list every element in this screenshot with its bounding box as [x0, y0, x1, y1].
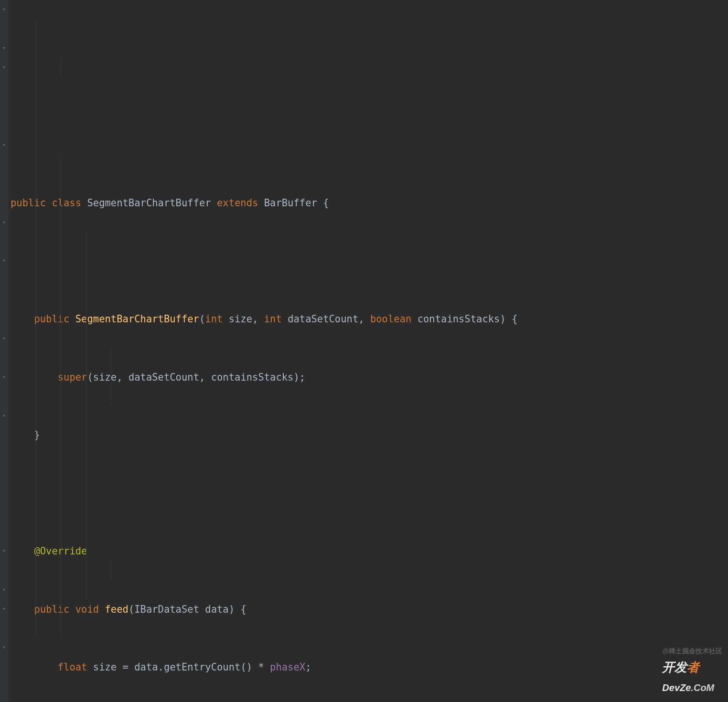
- gutter: [0, 0, 9, 702]
- fold-icon[interactable]: [1, 413, 7, 418]
- fold-icon[interactable]: [1, 548, 7, 553]
- code-line: [9, 252, 728, 271]
- code-line: }: [9, 425, 728, 445]
- code-line: public SegmentBarChartBuffer(int size, i…: [9, 309, 728, 329]
- code-line: @Override: [9, 542, 728, 561]
- fold-icon[interactable]: [1, 336, 7, 341]
- fold-icon[interactable]: [1, 142, 7, 148]
- fold-icon[interactable]: [1, 220, 7, 225]
- code-area[interactable]: public class SegmentBarChartBuffer exten…: [9, 0, 728, 702]
- code-line: public void feed(IBarDataSet data) {: [9, 600, 728, 619]
- watermark-text: 者: [687, 660, 699, 674]
- code-line: super(size, dataSetCount, containsStacks…: [9, 368, 728, 387]
- fold-icon[interactable]: [1, 64, 7, 70]
- fold-icon[interactable]: [1, 258, 7, 263]
- fold-icon[interactable]: [1, 606, 7, 611]
- code-line: public class SegmentBarChartBuffer exten…: [9, 193, 728, 213]
- fold-icon[interactable]: [1, 645, 7, 650]
- watermark: @稀土掘金技术社区 开发者 DevZe.CoM: [662, 641, 722, 698]
- fold-icon[interactable]: [1, 7, 7, 12]
- code-line: float size = data.getEntryCount() * phas…: [9, 658, 728, 677]
- fold-icon[interactable]: [1, 374, 7, 380]
- fold-icon[interactable]: [1, 45, 7, 51]
- watermark-attribution: @稀土掘金技术社区: [662, 641, 722, 661]
- code-editor[interactable]: public class SegmentBarChartBuffer exten…: [0, 0, 728, 702]
- fold-icon[interactable]: [1, 587, 7, 592]
- watermark-text: 开发: [662, 660, 687, 674]
- code-line: [9, 484, 728, 503]
